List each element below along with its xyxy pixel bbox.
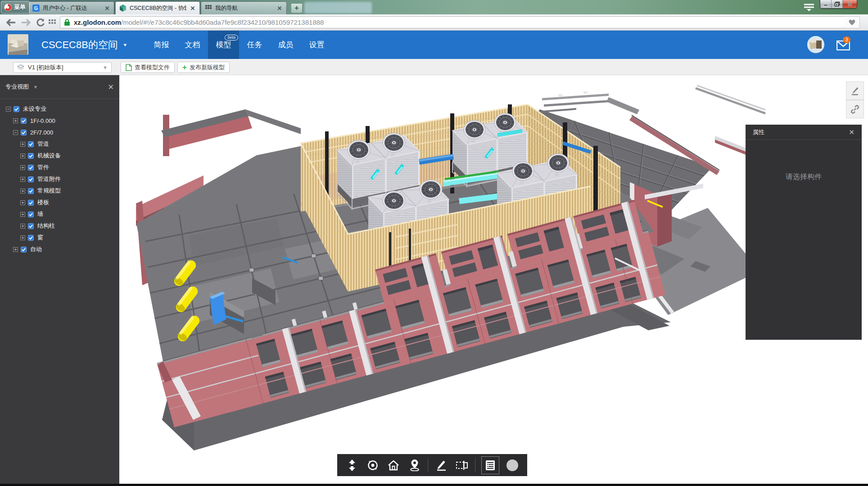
tree-item-label: 管件 [37,163,49,171]
plus-expander-icon[interactable]: + [20,142,25,147]
tree-item[interactable]: + 楼板 [0,197,119,208]
tree-item-label: 窗 [37,234,43,242]
browser-tab-3[interactable]: 我的导航 ✕ [201,1,287,14]
close-icon[interactable]: ✕ [849,128,854,136]
browser-tab-2-active[interactable]: CSCEC8B的空间 - 协筑 ✕ [115,1,200,14]
nav-tab-4[interactable]: 成员 [270,31,301,59]
nav-tab-2[interactable]: beta模型 [208,31,239,59]
browser-address-bar: xz.glodon.com/model/#!/e73c8c46c9bb4d60a… [0,14,868,31]
checkbox-checked-icon[interactable] [28,141,34,147]
publish-model-button[interactable]: + 发布新版模型 [177,62,230,73]
plus-icon: + [182,63,187,72]
svg-text:G: G [34,5,38,11]
markup-tool-button[interactable] [846,81,864,100]
plus-expander-icon[interactable]: + [13,247,18,252]
nav-tab-3[interactable]: 任务 [239,31,270,59]
checkbox-checked-icon[interactable] [21,118,27,124]
back-button[interactable] [5,18,16,27]
checkbox-checked-icon[interactable] [28,212,34,217]
tree-item[interactable]: + 管道附件 [0,173,119,185]
checkbox-checked-icon[interactable] [28,235,34,241]
window-minimize-button[interactable] [820,0,832,8]
tree-item[interactable]: − 2F/7.000 [0,126,119,138]
plus-expander-icon[interactable]: + [20,235,25,240]
markup-pen-button[interactable] [434,458,449,473]
tree-item[interactable]: + 自动 [0,243,119,255]
plus-expander-icon[interactable]: + [20,189,25,194]
checkbox-checked-icon[interactable] [14,106,19,112]
apps-grid-icon[interactable] [49,19,56,26]
walkthrough-tool-button[interactable] [407,458,422,473]
mail-badge: 3 [843,36,850,43]
link-icon [850,104,860,114]
workspace-title[interactable]: CSCEC8B的空间 ▼ [41,31,128,59]
plus-expander-icon[interactable]: + [20,153,25,158]
component-list-button-active[interactable] [481,456,499,474]
checkbox-checked-icon[interactable] [28,165,34,171]
tree-item-label: 常规模型 [37,187,61,195]
url-input[interactable]: xz.glodon.com/model/#!/e73c8c46c9bb4d60a… [60,16,845,28]
tab-close-icon[interactable]: ✕ [276,5,283,12]
plus-expander-icon[interactable]: + [20,165,25,170]
tree-item-label: 管道 [37,140,49,148]
window-close-button[interactable] [843,0,857,8]
chevron-down-icon: ▼ [103,65,108,70]
render-mode-button[interactable] [505,458,520,473]
tree-item[interactable]: + 管件 [0,162,119,173]
plus-expander-icon[interactable]: + [20,224,25,229]
tree-item[interactable]: + 结构柱 [0,220,119,232]
checkbox-checked-icon[interactable] [28,176,34,182]
specialty-view-header: 专业视图 ▼ ✕ [0,75,119,99]
plus-expander-icon[interactable]: + [20,212,25,217]
plus-expander-icon[interactable]: + [20,200,25,205]
forward-button[interactable] [21,18,32,27]
nav-tab-1[interactable]: 文档 [177,31,208,59]
new-tab-button[interactable]: + [291,3,303,13]
elevation-tool-button[interactable] [344,458,360,473]
beta-badge: beta [225,35,238,40]
refresh-button[interactable] [36,18,45,27]
view-model-file-button[interactable]: 查看模型文件 [121,62,175,73]
chevron-down-icon[interactable]: ▼ [33,85,38,90]
plus-expander-icon[interactable]: + [13,118,18,123]
browser-menu-button[interactable]: 菜单 [1,1,30,14]
tree-item-label: 1F/-0.000 [30,117,55,124]
version-select[interactable]: V1 [初始版本] ▼ [13,62,112,73]
plus-expander-icon[interactable]: + [20,177,25,182]
window-restore-button[interactable] [832,0,843,8]
user-avatar[interactable] [807,36,824,53]
tree-item[interactable]: + 常规模型 [0,185,119,197]
minus-expander-icon[interactable]: − [6,107,11,112]
tab-close-icon[interactable]: ✕ [104,5,110,12]
tree-item[interactable]: + 窗 [0,232,119,243]
section-box-button[interactable] [454,458,470,473]
checkbox-checked-icon[interactable] [21,130,27,135]
checkbox-checked-icon[interactable] [28,153,34,159]
minus-expander-icon[interactable]: − [13,130,18,135]
tree-item[interactable]: + 管道 [0,138,119,150]
orbit-tool-button[interactable] [365,458,380,473]
tab-close-icon[interactable]: ✕ [190,5,196,12]
browser-main-menu-icon[interactable] [803,3,815,11]
share-link-button[interactable] [846,100,864,118]
checkbox-checked-icon[interactable] [28,200,34,206]
close-icon[interactable]: ✕ [108,83,114,91]
tree-item[interactable]: − 未设专业 [0,103,119,115]
favorite-button[interactable] [845,16,860,28]
workspace-logo[interactable] [8,34,28,55]
nav-tab-5[interactable]: 设置 [301,31,332,59]
checkbox-checked-icon[interactable] [21,247,27,252]
tree-item[interactable]: + 1F/-0.000 [0,115,119,126]
home-view-button[interactable] [386,458,401,473]
app-nav: 简报文档beta模型任务成员设置 [146,31,332,59]
model-tree: − 未设专业 + 1F/-0.000 − 2F/7.000 + 管道 + 机械设… [0,99,119,255]
checkbox-checked-icon[interactable] [28,223,34,229]
checkbox-checked-icon[interactable] [28,188,34,194]
tree-item[interactable]: + 墙 [0,208,119,220]
tree-item-label: 结构柱 [37,222,55,230]
browser-tab-1[interactable]: G 用户中心 - 广联达 ✕ [28,1,114,14]
tree-item-label: 管道附件 [37,175,61,183]
nav-tab-0[interactable]: 简报 [146,31,177,59]
tab2-favicon [119,4,127,12]
tree-item[interactable]: + 机械设备 [0,150,119,162]
